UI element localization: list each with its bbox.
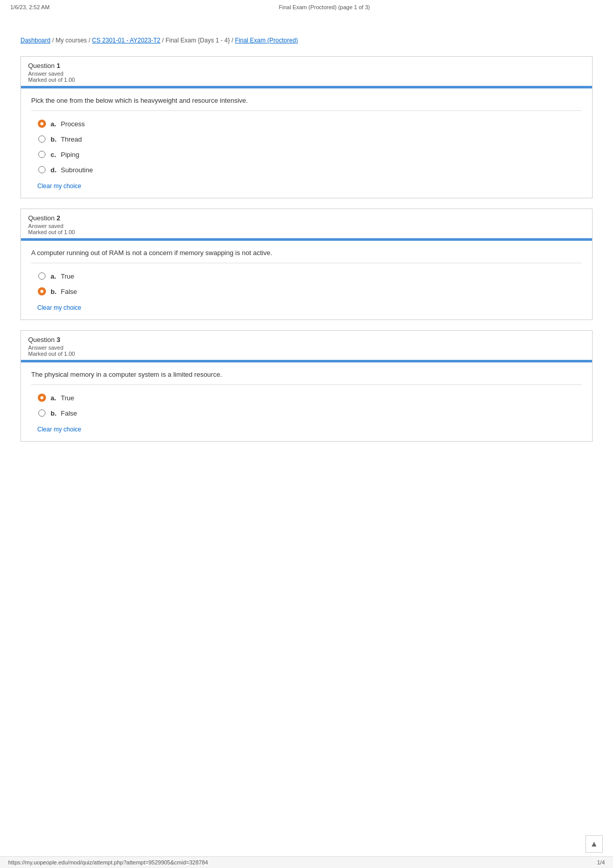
question-header-1: Question 1 Answer saved Marked out of 1.… <box>21 57 592 86</box>
question-card-3: Question 3 Answer saved Marked out of 1.… <box>20 330 593 442</box>
question-text-3: The physical memory in a computer system… <box>31 371 582 385</box>
option-label-2-0: a. <box>51 272 59 280</box>
options-list-2: a.Trueb.False <box>36 270 582 297</box>
bottom-bar: https://my.uopeople.edu/mod/quiz/attempt… <box>0 856 613 868</box>
radio-1-3[interactable] <box>36 164 48 175</box>
clear-choice-3[interactable]: Clear my choice <box>37 426 81 433</box>
datetime: 1/6/23, 2:52 AM <box>10 4 61 10</box>
question-number-3: Question 3 <box>28 336 585 344</box>
bottom-url: https://my.uopeople.edu/mod/quiz/attempt… <box>8 859 208 865</box>
question-header-2: Question 2 Answer saved Marked out of 1.… <box>21 209 592 238</box>
option-item-2-0[interactable]: a.True <box>36 270 582 282</box>
option-label-1-1: b. <box>51 135 59 143</box>
question-card-1: Question 1 Answer saved Marked out of 1.… <box>20 56 593 198</box>
option-text-2-1: False <box>61 288 77 295</box>
question-header-3: Question 3 Answer saved Marked out of 1.… <box>21 331 592 360</box>
question-body-3: The physical memory in a computer system… <box>21 362 592 441</box>
option-text-3-0: True <box>61 394 74 402</box>
radio-empty-icon-2-0 <box>38 272 45 280</box>
radio-1-0[interactable] <box>36 118 48 129</box>
bottom-page-num: 1/4 <box>597 859 605 865</box>
options-list-3: a.Trueb.False <box>36 392 582 419</box>
option-text-1-0: Process <box>61 120 85 128</box>
radio-2-0[interactable] <box>36 270 48 282</box>
question-number-1: Question 1 <box>28 62 585 70</box>
option-text-1-2: Piping <box>61 151 79 158</box>
question-text-1: Pick the one from the below which is hea… <box>31 97 582 111</box>
clear-choice-1[interactable]: Clear my choice <box>37 182 81 190</box>
radio-empty-icon-1-3 <box>38 166 45 173</box>
radio-empty-icon-1-2 <box>38 151 45 158</box>
breadcrumb: Dashboard / My courses / CS 2301-01 - AY… <box>0 30 613 51</box>
option-text-3-1: False <box>61 409 77 417</box>
question-marks-3: Marked out of 1.00 <box>28 351 585 357</box>
breadcrumb-course[interactable]: CS 2301-01 - AY2023-T2 <box>92 37 160 44</box>
question-body-1: Pick the one from the below which is hea… <box>21 88 592 198</box>
option-item-3-0[interactable]: a.True <box>36 392 582 403</box>
question-text-2: A computer running out of RAM is not a c… <box>31 249 582 263</box>
radio-1-1[interactable] <box>36 133 48 145</box>
option-label-2-1: b. <box>51 288 59 295</box>
radio-2-1[interactable] <box>36 286 48 297</box>
option-item-2-1[interactable]: b.False <box>36 286 582 297</box>
option-label-3-1: b. <box>51 409 59 417</box>
option-text-1-3: Subroutine <box>61 166 93 174</box>
question-marks-1: Marked out of 1.00 <box>28 77 585 83</box>
option-label-1-3: d. <box>51 166 59 174</box>
option-label-1-2: c. <box>51 151 59 158</box>
radio-selected-icon-3-0 <box>38 394 46 402</box>
option-text-2-0: True <box>61 272 74 280</box>
option-item-1-3[interactable]: d.Subroutine <box>36 164 582 175</box>
option-item-1-2[interactable]: c.Piping <box>36 149 582 160</box>
radio-empty-icon-3-1 <box>38 409 45 417</box>
option-item-1-1[interactable]: b.Thread <box>36 133 582 145</box>
breadcrumb-dashboard[interactable]: Dashboard <box>20 37 51 44</box>
radio-3-1[interactable] <box>36 407 48 419</box>
question-status-3: Answer saved <box>28 345 585 351</box>
option-item-1-0[interactable]: a.Process <box>36 118 582 129</box>
scroll-top-button[interactable]: ▲ <box>585 835 603 853</box>
radio-selected-icon-1-0 <box>38 120 46 128</box>
question-status-1: Answer saved <box>28 71 585 77</box>
question-number-2: Question 2 <box>28 214 585 222</box>
question-body-2: A computer running out of RAM is not a c… <box>21 241 592 319</box>
option-label-3-0: a. <box>51 394 59 402</box>
radio-1-2[interactable] <box>36 149 48 160</box>
radio-empty-icon-1-1 <box>38 135 45 143</box>
option-item-3-1[interactable]: b.False <box>36 407 582 419</box>
question-status-2: Answer saved <box>28 223 585 229</box>
top-bar: 1/6/23, 2:52 AM Final Exam (Proctored) (… <box>0 0 613 14</box>
page-title: Final Exam (Proctored) (page 1 of 3) <box>61 4 587 10</box>
scroll-top-icon: ▲ <box>590 839 598 849</box>
clear-choice-2[interactable]: Clear my choice <box>37 304 81 311</box>
breadcrumb-exam[interactable]: Final Exam (Proctored) <box>235 37 298 44</box>
question-card-2: Question 2 Answer saved Marked out of 1.… <box>20 209 593 320</box>
option-label-1-0: a. <box>51 120 59 128</box>
question-marks-2: Marked out of 1.00 <box>28 229 585 235</box>
radio-selected-icon-2-1 <box>38 287 46 295</box>
option-text-1-1: Thread <box>61 135 82 143</box>
radio-3-0[interactable] <box>36 392 48 403</box>
options-list-1: a.Processb.Threadc.Pipingd.Subroutine <box>36 118 582 175</box>
